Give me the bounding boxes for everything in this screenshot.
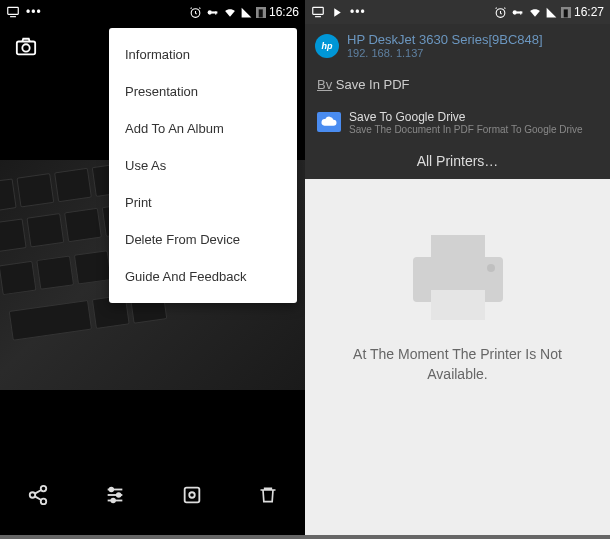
svg-line-10 xyxy=(35,490,41,494)
battery-icon: ▮ xyxy=(561,7,571,18)
all-printers-row[interactable]: All Printers… xyxy=(305,143,610,179)
share-button[interactable] xyxy=(27,484,49,510)
svg-point-17 xyxy=(111,499,115,503)
drive-title: Save To Google Drive xyxy=(349,110,583,124)
wifi-icon xyxy=(223,6,237,19)
svg-point-6 xyxy=(22,44,29,51)
status-dots-icon: ••• xyxy=(350,5,366,19)
menu-item-print[interactable]: Print xyxy=(109,184,297,221)
svg-rect-18 xyxy=(185,488,200,503)
save-pdf-label: Save In PDF xyxy=(336,77,410,92)
menu-item-presentation[interactable]: Presentation xyxy=(109,73,297,110)
status-time: 16:27 xyxy=(574,5,604,19)
menu-item-information[interactable]: Information xyxy=(109,36,297,73)
drive-subtitle: Save The Document In PDF Format To Googl… xyxy=(349,124,583,135)
cloud-drive-icon xyxy=(317,112,341,132)
svg-point-7 xyxy=(41,486,47,492)
svg-rect-25 xyxy=(431,235,485,257)
status-time: 16:26 xyxy=(269,5,299,19)
svg-rect-20 xyxy=(313,7,324,14)
printer-row-hp[interactable]: hp HP DeskJet 3630 Series[9BC848] 192. 1… xyxy=(305,24,610,67)
svg-rect-24 xyxy=(520,11,521,14)
google-drive-row[interactable]: Save To Google Drive Save The Document I… xyxy=(305,102,610,143)
menu-item-delete[interactable]: Delete From Device xyxy=(109,221,297,258)
play-icon xyxy=(331,6,344,19)
svg-point-22 xyxy=(513,10,517,14)
svg-point-28 xyxy=(487,264,495,272)
delete-button[interactable] xyxy=(258,484,278,510)
printer-name: HP DeskJet 3630 Series[9BC848] xyxy=(347,32,543,47)
cast-icon xyxy=(311,5,325,19)
svg-line-11 xyxy=(35,496,41,500)
svg-point-8 xyxy=(30,492,36,498)
alarm-icon xyxy=(494,6,507,19)
status-bar-right: ••• ▮ 16:27 xyxy=(305,0,610,24)
save-pdf-prefix: Bv xyxy=(317,77,332,92)
sliders-button[interactable] xyxy=(104,484,126,510)
svg-rect-4 xyxy=(215,11,216,14)
svg-rect-23 xyxy=(516,11,522,13)
save-pdf-row[interactable]: Bv Save In PDF xyxy=(305,67,610,102)
menu-item-add-to-album[interactable]: Add To An Album xyxy=(109,110,297,147)
cast-icon xyxy=(6,5,20,19)
svg-point-19 xyxy=(189,492,195,498)
context-menu: Information Presentation Add To An Album… xyxy=(109,28,297,303)
printer-empty-state: At The Moment The Printer Is Not Availab… xyxy=(305,230,610,384)
printer-ip: 192. 168. 1.137 xyxy=(347,47,543,59)
signal-icon xyxy=(240,6,253,19)
key-icon xyxy=(205,6,220,19)
empty-state-text: At The Moment The Printer Is Not Availab… xyxy=(305,345,610,384)
svg-rect-0 xyxy=(8,7,19,14)
status-bar-left: ••• ▮ 16:26 xyxy=(0,0,305,24)
menu-item-guide-feedback[interactable]: Guide And Feedback xyxy=(109,258,297,295)
signal-icon xyxy=(545,6,558,19)
key-icon xyxy=(510,6,525,19)
wifi-icon xyxy=(528,6,542,19)
svg-point-16 xyxy=(117,493,121,497)
status-dots-icon: ••• xyxy=(26,5,42,19)
menu-item-use-as[interactable]: Use As xyxy=(109,147,297,184)
hp-icon: hp xyxy=(315,34,339,58)
printer-icon xyxy=(403,230,513,325)
bottom-toolbar xyxy=(0,473,305,521)
battery-icon: ▮ xyxy=(256,7,266,18)
gallery-panel: ••• ▮ 16:26 Information Presentatio xyxy=(0,0,305,535)
print-panel: ••• ▮ 16:27 hp HP DeskJet 3630 Series[9B… xyxy=(305,0,610,535)
crop-button[interactable] xyxy=(181,484,203,510)
camera-button[interactable] xyxy=(14,36,38,62)
alarm-icon xyxy=(189,6,202,19)
svg-point-9 xyxy=(41,499,47,505)
svg-point-15 xyxy=(110,488,114,492)
svg-rect-27 xyxy=(431,290,485,320)
svg-point-2 xyxy=(208,10,212,14)
svg-rect-3 xyxy=(211,11,217,13)
